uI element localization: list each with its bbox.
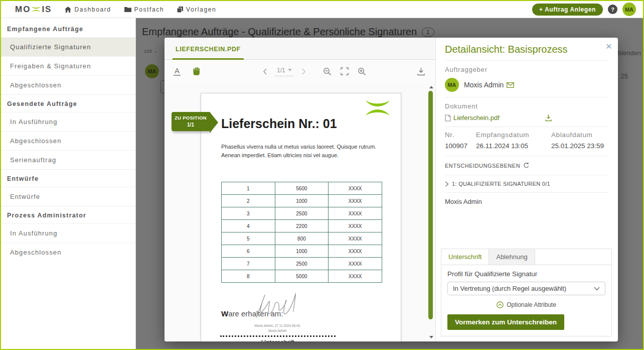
sidebar-section-empfangene-auftraege: Empfangene Aufträge: [1, 20, 135, 37]
table-row: 72500XXXX: [222, 258, 382, 270]
sidebar-item-abgeschlossen-gesendet[interactable]: Abgeschlossen: [1, 131, 135, 150]
nav-label: Vorlagen: [186, 6, 216, 13]
nr-value: 100907: [445, 142, 476, 150]
client-label: Auftraggeber: [445, 66, 609, 73]
document-row: Lieferschein.pdf: [445, 114, 609, 122]
tab-unterschrift[interactable]: Unterschrift: [441, 249, 489, 265]
folder-icon: [124, 7, 131, 12]
moxis-watermark-icon: [364, 99, 392, 116]
app-window: MO IS Dashboard Postfach Vorlagen: [0, 0, 644, 350]
nav-label: Dashboard: [74, 6, 111, 13]
signature-caption: Unterschrift: [220, 338, 336, 341]
nav-item-dashboard[interactable]: Dashboard: [65, 6, 111, 13]
pdf-toolbar: A: [165, 60, 435, 83]
table-row: 21000XXXX: [222, 195, 382, 207]
sidebar-item-qualifizierte-signaturen[interactable]: Qualifizierte Signaturen: [1, 37, 135, 56]
text-annotation-tool[interactable]: A: [174, 67, 181, 76]
nav-item-postfach[interactable]: Postfach: [124, 6, 165, 13]
copy-icon: [177, 7, 183, 13]
download-document-icon[interactable]: [545, 114, 552, 122]
decision-level-1[interactable]: 1: QUALIFIZIERTE SIGNATUREN 0/1: [445, 181, 609, 187]
detail-modal: LIEFERSCHEIN.PDF A: [165, 38, 618, 341]
optional-attributes-toggle[interactable]: Optionale Attribute: [447, 301, 605, 308]
fullscreen-button[interactable]: [340, 66, 350, 76]
email-icon[interactable]: [507, 82, 514, 88]
sidebar-item-in-ausfuehrung-gesendet[interactable]: In Ausführung: [1, 112, 135, 131]
sidebar-item-abgeschlossen-empfangen[interactable]: Abgeschlossen: [1, 75, 135, 94]
client-row: MA Moxis Admin: [445, 78, 609, 92]
top-navbar: MO IS Dashboard Postfach Vorlagen: [1, 1, 643, 18]
zoom-out-button[interactable]: [322, 66, 333, 77]
download-icon: [417, 67, 425, 76]
client-name: Moxis Admin: [464, 81, 504, 89]
create-order-button[interactable]: + Auftrag Anlegen: [532, 4, 603, 16]
sidebar-item-freigaben-signaturen[interactable]: Freigaben & Signaturen: [1, 56, 135, 75]
pdf-document-area: Lieferschein Nr.: 01 Phasellus viverra n…: [165, 83, 435, 341]
document-link[interactable]: Lieferschein.pdf: [453, 114, 500, 122]
scrollbar-thumb[interactable]: [428, 91, 433, 319]
pdf-page: Lieferschein Nr.: 01 Phasellus viverra n…: [201, 93, 401, 341]
detail-panel: × Detailansicht: Basisprozess Auftraggeb…: [435, 38, 618, 341]
sidebar-section-gesendete-auftraege: Gesendete Aufträge: [1, 94, 135, 112]
signature-action-box: Unterschrift Ablehnung Profil für Qualif…: [441, 249, 612, 336]
sidebar: Empfangene Aufträge Qualifizierte Signat…: [1, 18, 136, 349]
document-tabbar: LIEFERSCHEIN.PDF: [165, 38, 435, 60]
close-icon[interactable]: ×: [606, 41, 612, 51]
sidebar-item-entwuerfe[interactable]: Entwürfe: [1, 187, 135, 206]
tab-ablehnung[interactable]: Ablehnung: [489, 249, 535, 265]
jump-to-position-badge[interactable]: ZU POSITION 1/1: [172, 112, 210, 131]
zoom-in-icon: [358, 67, 366, 76]
handwritten-signature: [247, 287, 312, 325]
received-date-label: Empfangsdatum: [476, 131, 551, 139]
table-row: 32500XXXX: [222, 207, 382, 220]
user-avatar[interactable]: MA: [622, 3, 636, 16]
pdf-table: 15600XXXX 21000XXXX 32500XXXX 42200XXXX …: [221, 182, 382, 283]
pdf-file-icon: [445, 114, 451, 122]
moxis-x-icon: [31, 6, 41, 13]
table-row: 61000XXXX: [222, 245, 382, 258]
refresh-icon[interactable]: [523, 162, 530, 169]
page-indicator[interactable]: 1/1: [275, 67, 293, 76]
sidebar-section-entwuerfe: Entwürfe: [1, 169, 135, 187]
signature-stamp: Moxis Admin, 27.11.2024 08:44, Moxis Adm…: [221, 323, 334, 333]
pdf-document-title: Lieferschein Nr.: 01: [221, 116, 337, 131]
sidebar-item-serienauftrag[interactable]: Serienauftrag: [1, 150, 135, 169]
table-row: 42200XXXX: [222, 220, 382, 232]
order-meta: Nr. 100907 Empfangsdatum 26.11.2024 13:0…: [445, 131, 609, 150]
decision-levels-header: ENTSCHEIDUNGSEBENEN: [445, 162, 609, 169]
fullscreen-icon: [341, 67, 349, 75]
nav-item-vorlagen[interactable]: Vorlagen: [177, 6, 216, 13]
sidebar-item-abgeschlossen-admin[interactable]: Abgeschlossen: [1, 243, 135, 262]
moxis-logo[interactable]: MO IS: [15, 5, 52, 15]
pdf-body-text: Phasellus viverra nulla ut metus varius …: [221, 143, 387, 160]
prev-page-button[interactable]: [262, 67, 268, 76]
sidebar-item-in-ausfuehrung-admin[interactable]: In Ausführung: [1, 223, 135, 243]
select-value: In Vertretung (durch Regel ausgewählt): [453, 285, 566, 292]
table-row: 5800XXXX: [222, 232, 382, 245]
download-document-button[interactable]: [416, 66, 426, 77]
pan-hand-icon[interactable]: [192, 66, 202, 76]
level-signer-name: Moxis Admin: [445, 198, 609, 205]
tab-lieferschein-pdf[interactable]: LIEFERSCHEIN.PDF: [173, 46, 244, 60]
help-icon[interactable]: ?: [608, 5, 617, 14]
table-row: 15600XXXX: [222, 182, 382, 195]
chevron-right-icon: [445, 181, 449, 187]
chevron-down-icon: [288, 69, 292, 71]
signature-tabs: Unterschrift Ablehnung: [441, 249, 611, 265]
expiry-date-label: Ablaufdatum: [551, 131, 609, 139]
nav-label: Postfach: [134, 6, 165, 13]
home-icon: [65, 7, 71, 13]
pdf-scrollbar[interactable]: [428, 85, 434, 339]
signature-profile-select[interactable]: In Vertretung (durch Regel ausgewählt): [447, 282, 605, 295]
submit-sign-button[interactable]: Vormerken zum Unterschreiben: [447, 314, 564, 330]
zoom-in-button[interactable]: [357, 66, 367, 77]
navbar-right: + Auftrag Anlegen ? MA: [532, 3, 636, 16]
next-page-button[interactable]: [300, 67, 307, 76]
pdf-viewer: LIEFERSCHEIN.PDF A: [165, 38, 435, 341]
scroll-up-arrow[interactable]: [429, 86, 433, 88]
scroll-down-arrow[interactable]: [429, 336, 433, 338]
zoom-out-icon: [323, 67, 332, 76]
client-avatar: MA: [445, 78, 459, 92]
table-row: 85000XXXX: [222, 270, 382, 283]
nr-label: Nr.: [445, 131, 476, 139]
